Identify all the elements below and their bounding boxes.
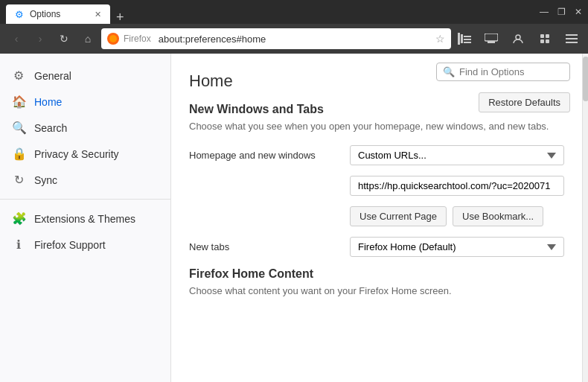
extensions-icon[interactable] bbox=[534, 28, 555, 49]
home-button[interactable]: ⌂ bbox=[77, 28, 98, 49]
find-in-options-input[interactable] bbox=[459, 66, 563, 77]
sidebar: ⚙ General 🏠 Home 🔍 Search 🔒 Privacy & Se… bbox=[0, 54, 171, 382]
svg-point-8 bbox=[516, 35, 520, 39]
scrollbar-thumb[interactable] bbox=[583, 57, 588, 101]
sidebar-item-search[interactable]: 🔍 Search bbox=[0, 115, 170, 141]
homepage-label: Homepage and new windows bbox=[189, 150, 338, 161]
svg-rect-13 bbox=[566, 34, 578, 36]
extensions-sidebar-icon: 🧩 bbox=[12, 211, 25, 226]
sidebar-item-home[interactable]: 🏠 Home bbox=[0, 89, 170, 115]
restore-button[interactable]: ❐ bbox=[557, 7, 566, 17]
sidebar-divider bbox=[0, 199, 170, 200]
newtabs-dropdown-container: Firefox Home (Default) Blank Page bbox=[350, 237, 564, 257]
svg-rect-5 bbox=[464, 42, 471, 43]
tab-bar: ⚙ Options ✕ + bbox=[6, 0, 540, 24]
close-button[interactable]: ✕ bbox=[575, 7, 582, 17]
title-bar: ⚙ Options ✕ + — ❐ ✕ bbox=[0, 0, 588, 24]
url-field-wrapper bbox=[350, 176, 564, 202]
use-bookmark-button[interactable]: Use Bookmark... bbox=[453, 206, 543, 226]
svg-rect-7 bbox=[488, 41, 495, 43]
section2-wrapper: Firefox Home Content Choose what content… bbox=[189, 267, 564, 296]
firefox-label: Firefox bbox=[124, 34, 151, 44]
account-icon[interactable] bbox=[508, 28, 528, 49]
sidebar-label-search: Search bbox=[34, 122, 67, 134]
forward-button[interactable]: › bbox=[30, 28, 51, 49]
find-in-options[interactable]: 🔍 bbox=[436, 63, 570, 81]
main-container: ⚙ General 🏠 Home 🔍 Search 🔒 Privacy & Se… bbox=[0, 54, 588, 382]
url-display[interactable]: about:preferences#home bbox=[159, 34, 431, 45]
svg-rect-14 bbox=[566, 38, 578, 39]
options-tab-icon: ⚙ bbox=[15, 9, 24, 20]
firefox-icon bbox=[107, 33, 119, 45]
address-bar[interactable]: Firefox about:preferences#home ☆ bbox=[101, 28, 451, 49]
content-area: 🔍 Home Restore Defaults New Windows and … bbox=[171, 54, 582, 382]
svg-rect-3 bbox=[464, 36, 471, 37]
homepage-dropdown-container: Custom URLs... Firefox Home (Default) Bl… bbox=[350, 145, 564, 165]
svg-rect-10 bbox=[546, 34, 549, 38]
svg-rect-2 bbox=[461, 34, 463, 43]
homepage-setting-row: Homepage and new windows Custom URLs... … bbox=[189, 145, 564, 165]
nav-bar: ‹ › ↻ ⌂ Firefox about:preferences#home ☆ bbox=[0, 24, 588, 54]
window-controls: — ❐ ✕ bbox=[540, 7, 582, 17]
library-icon[interactable] bbox=[454, 28, 475, 49]
homepage-dropdown[interactable]: Custom URLs... Firefox Home (Default) Bl… bbox=[350, 145, 564, 165]
svg-rect-11 bbox=[540, 39, 544, 43]
options-tab[interactable]: ⚙ Options ✕ bbox=[6, 4, 110, 24]
privacy-icon: 🔒 bbox=[12, 147, 25, 161]
newtabs-setting-row: New tabs Firefox Home (Default) Blank Pa… bbox=[189, 237, 564, 257]
back-button[interactable]: ‹ bbox=[6, 28, 27, 49]
sidebar-item-extensions[interactable]: 🧩 Extensions & Themes bbox=[0, 206, 170, 232]
toolbar-right bbox=[454, 28, 582, 49]
sidebar-label-general: General bbox=[34, 70, 71, 82]
sidebar-label-sync: Sync bbox=[34, 174, 57, 186]
tab-close-button[interactable]: ✕ bbox=[95, 10, 101, 19]
sidebar-label-extensions: Extensions & Themes bbox=[34, 213, 135, 225]
svg-rect-4 bbox=[464, 39, 471, 40]
sync-icon: ↻ bbox=[12, 173, 25, 187]
home-icon: 🏠 bbox=[12, 95, 25, 109]
svg-point-0 bbox=[109, 35, 117, 42]
use-current-page-button[interactable]: Use Current Page bbox=[350, 206, 447, 226]
scrollbar[interactable] bbox=[582, 54, 588, 382]
url-button-row: Use Current Page Use Bookmark... bbox=[350, 206, 564, 226]
sidebar-item-support[interactable]: ℹ Firefox Support bbox=[0, 232, 170, 258]
sidebar-label-home: Home bbox=[34, 96, 62, 108]
menu-icon[interactable] bbox=[561, 28, 582, 49]
sidebar-item-privacy[interactable]: 🔒 Privacy & Security bbox=[0, 141, 170, 167]
svg-rect-15 bbox=[566, 42, 578, 43]
find-search-icon: 🔍 bbox=[443, 66, 455, 77]
svg-rect-12 bbox=[546, 39, 549, 43]
sidebar-label-support: Firefox Support bbox=[34, 239, 106, 251]
reload-button[interactable]: ↻ bbox=[54, 28, 74, 49]
restore-defaults-button[interactable]: Restore Defaults bbox=[479, 92, 570, 112]
section2-desc: Choose what content you want on your Fir… bbox=[189, 285, 564, 296]
homepage-url-input[interactable] bbox=[350, 176, 564, 196]
newtabs-label: New tabs bbox=[189, 241, 338, 252]
search-icon: 🔍 bbox=[12, 121, 25, 135]
section2-title: Firefox Home Content bbox=[189, 267, 564, 281]
svg-rect-6 bbox=[485, 34, 498, 41]
newtabs-dropdown[interactable]: Firefox Home (Default) Blank Page bbox=[350, 237, 564, 257]
sidebar-label-privacy: Privacy & Security bbox=[34, 148, 119, 160]
new-tab-button[interactable]: + bbox=[116, 10, 124, 24]
svg-rect-9 bbox=[540, 34, 544, 38]
minimize-button[interactable]: — bbox=[540, 7, 549, 17]
sidebar-item-sync[interactable]: ↻ Sync bbox=[0, 167, 170, 193]
general-icon: ⚙ bbox=[12, 69, 25, 83]
section1-desc: Choose what you see when you open your h… bbox=[189, 121, 564, 132]
sidebar-item-general[interactable]: ⚙ General bbox=[0, 63, 170, 89]
support-icon: ℹ bbox=[12, 238, 25, 252]
svg-rect-1 bbox=[458, 33, 460, 45]
options-tab-title: Options bbox=[30, 9, 89, 19]
synced-tabs-icon[interactable] bbox=[481, 28, 502, 49]
bookmark-star-icon[interactable]: ☆ bbox=[435, 33, 445, 45]
